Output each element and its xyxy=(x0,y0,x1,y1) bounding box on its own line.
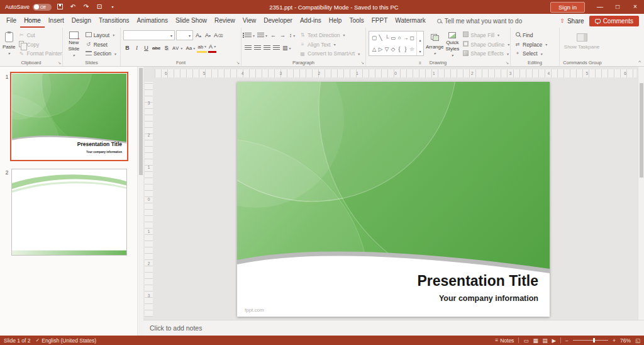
find-button[interactable]: Find xyxy=(513,31,548,40)
shape-outline-button[interactable]: Shape Outline xyxy=(461,40,511,49)
shape-square-icon[interactable]: ◻ xyxy=(409,35,415,41)
new-slide-button[interactable]: New Slide xyxy=(65,30,82,58)
save-button[interactable] xyxy=(55,0,65,14)
change-case-button[interactable]: Aa xyxy=(185,43,196,53)
arrange-button[interactable]: Arrange xyxy=(426,30,443,58)
tab-review[interactable]: Review xyxy=(211,14,239,28)
format-painter-button[interactable]: ✎Format Painter xyxy=(17,49,63,58)
notes-pane[interactable]: Click to add notes xyxy=(143,320,644,336)
bullets-button[interactable] xyxy=(244,31,255,40)
shape-triangle-icon[interactable]: △ xyxy=(371,46,377,52)
decrease-font-size-button[interactable]: A▾ xyxy=(204,31,212,40)
slideshow-view-button[interactable]: ▶ xyxy=(552,337,556,344)
tab-home[interactable]: Home xyxy=(20,14,45,28)
shape-rectangle-outline-icon[interactable]: ▢ xyxy=(371,35,377,41)
increase-indent-button[interactable]: → xyxy=(279,31,287,40)
tab-insert[interactable]: Insert xyxy=(45,14,68,28)
tab-add-ins[interactable]: Add-ins xyxy=(296,14,325,28)
shape-elbow-icon[interactable]: └ xyxy=(384,35,390,41)
shape-diamond-icon[interactable]: ◇ xyxy=(390,46,396,52)
shape-oval-icon[interactable]: ○ xyxy=(396,35,402,41)
gallery-down-icon[interactable] xyxy=(419,44,421,55)
slide-subtitle-text[interactable]: Your company information xyxy=(439,294,538,303)
paragraph-dialog-launcher[interactable]: ↘ xyxy=(360,60,364,65)
select-button[interactable]: ⌖Select xyxy=(513,49,548,58)
tab-slide-show[interactable]: Slide Show xyxy=(172,14,211,28)
quick-styles-button[interactable]: Quick Styles xyxy=(445,30,459,58)
shape-left-brace-icon[interactable]: { xyxy=(396,46,402,52)
zoom-level-button[interactable]: 76% xyxy=(620,337,631,344)
show-taskpane-button[interactable]: Show Taskpane xyxy=(562,30,601,58)
tell-me-search[interactable]: Tell me what you want to do xyxy=(437,18,522,25)
underline-button[interactable]: U xyxy=(142,43,150,53)
text-shadow-button[interactable]: S xyxy=(162,43,170,53)
autosave-toggle[interactable]: Off xyxy=(33,4,52,11)
columns-button[interactable]: ▥ xyxy=(282,43,292,53)
copy-button[interactable]: Copy xyxy=(17,40,63,49)
comments-button[interactable]: Comments xyxy=(589,16,639,26)
scrollbar-thumb[interactable] xyxy=(139,68,143,175)
convert-to-smartart-button[interactable]: ▦Convert to SmartArt xyxy=(298,49,361,58)
decrease-indent-button[interactable]: ← xyxy=(269,31,277,40)
bold-button[interactable]: B xyxy=(123,43,131,53)
tab-watermark[interactable]: Watermark xyxy=(391,14,430,28)
tab-fppt[interactable]: FPPT xyxy=(368,14,392,28)
zoom-slider-thumb[interactable] xyxy=(593,338,595,342)
section-button[interactable]: Section xyxy=(84,49,118,58)
scrollbar-thumb[interactable] xyxy=(640,83,643,178)
numbering-button[interactable] xyxy=(257,31,268,40)
font-dialog-launcher[interactable]: ↘ xyxy=(236,60,240,65)
zoom-out-button[interactable]: − xyxy=(565,337,569,344)
editor-vertical-scrollbar[interactable] xyxy=(638,67,644,320)
shape-right-brace-icon[interactable]: } xyxy=(402,46,409,52)
cut-button[interactable]: ✂Cut xyxy=(17,31,63,40)
drawing-dialog-launcher[interactable]: ↘ xyxy=(505,60,509,65)
shape-arrow-icon[interactable]: → xyxy=(402,35,409,41)
increase-font-size-button[interactable]: A▴ xyxy=(194,31,203,40)
zoom-in-button[interactable]: + xyxy=(613,337,616,344)
character-spacing-button[interactable]: AV xyxy=(172,43,184,53)
font-size-select[interactable] xyxy=(176,30,193,40)
maximize-button[interactable]: □ xyxy=(609,0,626,14)
shape-right-triangle-icon[interactable]: ▷ xyxy=(377,46,384,52)
redo-button[interactable]: ↷ xyxy=(81,0,91,14)
share-button[interactable]: ⇧ Share xyxy=(555,18,589,25)
reset-button[interactable]: ↺Reset xyxy=(84,40,118,49)
align-center-button[interactable] xyxy=(253,43,262,53)
language-button[interactable]: ✓ English (United States) xyxy=(36,337,97,344)
justify-button[interactable] xyxy=(272,43,280,53)
sign-in-button[interactable]: Sign in xyxy=(550,2,585,13)
text-direction-button[interactable]: ⇅Text Direction xyxy=(298,31,361,40)
notes-toggle-button[interactable]: ≡ Notes xyxy=(495,337,514,344)
fit-to-window-button[interactable]: ◱ xyxy=(635,337,640,344)
italic-button[interactable]: I xyxy=(133,43,141,53)
thumbnail-pane-scrollbar[interactable] xyxy=(137,67,143,336)
shape-line-icon[interactable]: ╲ xyxy=(377,35,384,41)
shape-fill-button[interactable]: Shape Fill xyxy=(461,31,511,40)
slide-sorter-view-button[interactable]: ▦ xyxy=(533,337,538,344)
strikethrough-button[interactable]: abc xyxy=(152,43,161,53)
tab-transitions[interactable]: Transitions xyxy=(95,14,133,28)
highlight-color-button[interactable]: ab xyxy=(197,43,207,53)
font-name-select[interactable] xyxy=(123,30,175,40)
slide-2-thumbnail[interactable] xyxy=(11,169,127,256)
paste-button[interactable]: Paste xyxy=(3,30,15,58)
tab-design[interactable]: Design xyxy=(68,14,95,28)
layout-button[interactable]: Layout xyxy=(84,31,118,40)
shape-rect-icon[interactable]: ▭ xyxy=(390,35,396,41)
line-spacing-button[interactable]: ↕ xyxy=(288,31,296,40)
tab-file[interactable]: File xyxy=(3,14,20,28)
close-button[interactable]: × xyxy=(626,0,644,14)
customize-qat-button[interactable]: ▾ xyxy=(108,0,118,14)
slide-title-text[interactable]: Presentation Title xyxy=(417,273,538,290)
align-left-button[interactable] xyxy=(244,43,252,53)
font-color-button[interactable]: A xyxy=(208,43,216,53)
reading-view-button[interactable]: ▤ xyxy=(542,337,547,344)
minimize-button[interactable]: — xyxy=(591,0,609,14)
collapse-ribbon-button[interactable]: ^ xyxy=(638,59,641,65)
align-text-button[interactable]: ≡Align Text xyxy=(298,40,361,49)
slide-1-thumbnail[interactable]: Presentation Title Your company informat… xyxy=(11,73,127,160)
shapes-gallery[interactable]: ▢ ╲ └ ▭ ○ → ◻ △ ▷ ▽ ◇ { } ☆ xyxy=(369,31,424,56)
tab-view[interactable]: View xyxy=(239,14,260,28)
shape-effects-button[interactable]: Shape Effects xyxy=(461,49,511,58)
